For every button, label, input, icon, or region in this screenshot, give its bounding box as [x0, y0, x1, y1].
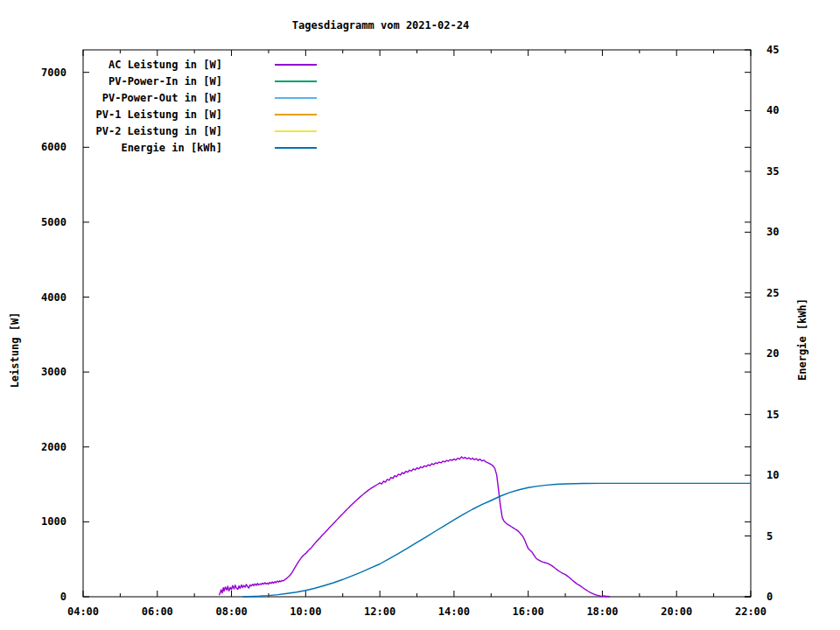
legend-color-line	[275, 130, 317, 132]
y-right-tick-label: 5	[766, 530, 773, 542]
y-right-tick-label: 45	[766, 44, 779, 56]
legend-color-line	[275, 64, 317, 66]
y-left-tick-label: 2000	[41, 441, 66, 453]
legend-color-line	[275, 114, 317, 116]
y-left-tick-label: 0	[60, 591, 66, 603]
x-tick-label: 14:00	[438, 606, 470, 618]
legend-label: PV-Power-In in [W]	[108, 75, 222, 88]
plot-curves	[220, 457, 751, 597]
y-right-tick-label: 25	[766, 287, 779, 299]
x-tick-label: 22:00	[735, 606, 766, 618]
series-line-ac-leistung-in-w	[220, 457, 610, 597]
legend-color-line	[275, 97, 317, 99]
x-tick-label: 04:00	[67, 606, 99, 618]
y-right-tick-label: 20	[766, 347, 779, 360]
x-tick-label: 12:00	[364, 606, 396, 618]
legend-label: PV-Power-Out in [W]	[102, 92, 222, 104]
legend-item-energie-in-kwh: Energie in [kWh]	[0, 148, 840, 160]
x-tick-label: 16:00	[513, 606, 544, 618]
legend-color-line	[275, 80, 317, 82]
legend-label: PV-2 Leistung in [W]	[96, 125, 223, 137]
x-tick-label: 06:00	[142, 606, 173, 618]
legend-label: AC Leistung in [W]	[108, 59, 222, 71]
y-left-tick-label: 4000	[41, 291, 66, 304]
chart-container: Tagesdiagramm vom 2021-02-24 Leistung [W…	[0, 0, 840, 630]
series-line-energie-in-kwh	[242, 483, 751, 597]
y-right-tick-label: 30	[766, 226, 779, 238]
y-right-tick-label: 35	[766, 165, 779, 178]
y-left-tick-label: 3000	[41, 366, 66, 378]
legend-color-line	[275, 147, 317, 149]
y-left-tick-label: 5000	[41, 216, 66, 228]
x-tick-label: 08:00	[215, 606, 247, 618]
y-right-tick-label: 15	[766, 409, 779, 421]
legend-label: Energie in [kWh]	[121, 142, 222, 154]
x-tick-label: 10:00	[290, 606, 321, 618]
x-tick-label: 20:00	[661, 606, 692, 618]
y-right-tick-label: 10	[766, 469, 779, 481]
y-right-tick-label: 0	[766, 591, 773, 603]
y-left-tick-label: 1000	[41, 515, 66, 528]
legend-label: PV-1 Leistung in [W]	[96, 108, 223, 121]
x-tick-label: 18:00	[586, 606, 618, 618]
